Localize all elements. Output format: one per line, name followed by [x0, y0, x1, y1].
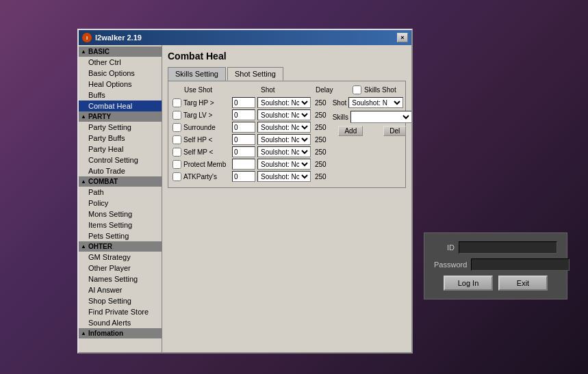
sidebar-item-party-setting[interactable]: Party Setting	[79, 122, 162, 133]
arrow-basic: ▲	[81, 49, 86, 55]
row-self-mp-shot[interactable]: Soulshot: NcSoulshot: NNone	[257, 146, 311, 157]
sidebar-section-basic[interactable]: ▲ BASIC	[79, 46, 162, 57]
row-self-hp-label: Self HP <	[183, 136, 230, 144]
sidebar-section-infomation[interactable]: ▲ Infomation	[79, 328, 162, 338]
exit-button[interactable]: Exit	[498, 276, 548, 291]
row-atk-shot[interactable]: Soulshot: NcSoulshot: NNone	[257, 171, 311, 182]
row-self-mp-label: Self MP <	[183, 148, 230, 156]
row-self-mp-delay: 250	[313, 148, 329, 156]
sidebar-section-combat[interactable]: ▲ COMBAT	[79, 176, 162, 187]
header-shot: Shot	[235, 86, 310, 94]
tab-skills-setting[interactable]: Skills Setting	[168, 67, 226, 81]
row-targ-hp-check[interactable]	[172, 98, 181, 107]
row-targ-lv-input[interactable]	[232, 109, 255, 120]
row-self-mp-check[interactable]	[172, 148, 181, 157]
id-label: ID	[434, 243, 455, 252]
row-targ-lv-check[interactable]	[172, 111, 181, 120]
header-skills-shot: Skills Shot	[364, 86, 396, 94]
del-button[interactable]: Del	[383, 126, 406, 136]
row-targ-hp-input[interactable]	[232, 97, 255, 108]
row-targ-hp-label: Targ HP >	[183, 99, 230, 107]
arrow-infomation: ▲	[81, 330, 86, 336]
sidebar-item-party-buffs[interactable]: Party Buffs	[79, 133, 162, 144]
sidebar-item-heal-options[interactable]: Heal Options	[79, 79, 162, 90]
sidebar-item-sound-alerts[interactable]: Sound Alerts	[79, 317, 162, 328]
main-panel: Combat Heal Skills Setting Shot Setting …	[162, 45, 411, 352]
id-input[interactable]	[459, 241, 557, 254]
shots-table: Targ HP > Soulshot: NcSoulshot: NNone 25…	[172, 97, 329, 183]
title-bar: l l2walker 2.19 ×	[79, 30, 411, 45]
sidebar-item-shop-setting[interactable]: Shop Setting	[79, 295, 162, 306]
panel-title: Combat Heal	[168, 51, 406, 62]
sidebar-item-ai-answer[interactable]: AI Answer	[79, 284, 162, 295]
sidebar-item-auto-trade[interactable]: Auto Trade	[79, 165, 162, 176]
row-surrounde-input[interactable]	[232, 122, 255, 133]
row-self-hp-check[interactable]	[172, 135, 181, 144]
login-button[interactable]: Log In	[444, 276, 493, 291]
row-targ-hp-shot[interactable]: Soulshot: NcSoulshot: NNone	[257, 97, 311, 108]
section-basic-label: BASIC	[88, 48, 110, 55]
row-atk-input[interactable]	[232, 171, 255, 182]
tab-content: Use Shot Shot Delay Skills Shot Targ HP …	[168, 81, 406, 188]
add-button[interactable]: Add	[338, 126, 363, 136]
sidebar-item-gm-strategy[interactable]: GM Strategy	[79, 252, 162, 263]
row-targ-hp-delay: 250	[313, 99, 329, 107]
section-infomation-label: Infomation	[88, 330, 123, 337]
sidebar-item-party-heal[interactable]: Party Heal	[79, 144, 162, 155]
sidebar: ▲ BASIC Other Ctrl Basic Options Heal Op…	[79, 45, 162, 352]
row-surrounde-delay: 250	[313, 124, 329, 131]
row-atk-label: ATKParty's	[183, 173, 230, 181]
sidebar-item-items-setting[interactable]: Items Setting	[79, 219, 162, 230]
skills-shot-checkbox[interactable]	[353, 85, 361, 94]
add-del-row: Add Del	[333, 126, 411, 136]
row-self-hp-input[interactable]	[232, 134, 255, 145]
section-party-label: PARTY	[88, 113, 111, 120]
sidebar-item-other-player[interactable]: Other Player	[79, 263, 162, 273]
app-title: l2walker 2.19	[95, 34, 142, 42]
sidebar-section-ohter[interactable]: ▲ OHTER	[79, 241, 162, 252]
row-protect-shot[interactable]: Soulshot: NcSoulshot: NNone	[257, 159, 311, 170]
row-protect-delay: 250	[313, 161, 329, 168]
sidebar-item-other-ctrl[interactable]: Other Ctrl	[79, 57, 162, 68]
skills-right-panel: Shot Soulshot: NSoulshot: NcNone Skills	[333, 97, 411, 183]
sidebar-item-path[interactable]: Path	[79, 187, 162, 198]
shot-right-label: Shot	[333, 99, 347, 107]
row-protect-input[interactable]	[232, 159, 255, 170]
arrow-party: ▲	[81, 113, 86, 120]
password-input[interactable]	[471, 258, 570, 271]
tab-shot-setting[interactable]: Shot Setting	[227, 67, 283, 81]
sidebar-item-find-private-store[interactable]: Find Private Store	[79, 306, 162, 317]
row-atk-delay: 250	[313, 173, 329, 181]
login-panel: ID Password Log In Exit	[424, 232, 567, 299]
row-targ-lv-delay: 250	[313, 111, 329, 119]
row-surrounde-check[interactable]	[172, 123, 181, 132]
row-self-hp-shot[interactable]: Soulshot: NcSoulshot: NNone	[257, 134, 311, 145]
section-ohter-label: OHTER	[88, 243, 112, 250]
header-use-shot: Use Shot	[184, 86, 232, 94]
header-delay: Delay	[313, 86, 340, 94]
sidebar-item-buffs[interactable]: Buffs	[79, 90, 162, 101]
arrow-ohter: ▲	[81, 243, 86, 250]
tabs-bar: Skills Setting Shot Setting	[168, 67, 406, 81]
shot-right-select[interactable]: Soulshot: NSoulshot: NcNone	[348, 97, 403, 108]
row-atk-check[interactable]	[172, 172, 181, 181]
main-window: l l2walker 2.19 × ▲ BASIC Other Ctrl Bas…	[77, 29, 413, 353]
window-content: ▲ BASIC Other Ctrl Basic Options Heal Op…	[79, 45, 411, 352]
close-button[interactable]: ×	[397, 33, 408, 42]
row-surrounde-label: Surrounde	[183, 124, 230, 131]
sidebar-section-party[interactable]: ▲ PARTY	[79, 111, 162, 122]
sidebar-item-mons-setting[interactable]: Mons Setting	[79, 209, 162, 219]
sidebar-item-combat-heal[interactable]: Combat Heal	[79, 101, 162, 111]
row-surrounde-shot[interactable]: Soulshot: NcSoulshot: NNone	[257, 122, 311, 133]
row-targ-lv-shot[interactable]: Soulshot: NcSoulshot: NNone	[257, 109, 311, 120]
row-protect-check[interactable]	[172, 160, 181, 169]
app-icon: l	[82, 33, 92, 42]
sidebar-item-control-setting[interactable]: Control Setting	[79, 155, 162, 165]
sidebar-item-policy[interactable]: Policy	[79, 198, 162, 209]
row-protect-label: Protect Memb	[183, 161, 230, 168]
row-self-mp-input[interactable]	[232, 146, 255, 157]
sidebar-item-names-setting[interactable]: Names Setting	[79, 273, 162, 284]
skills-select[interactable]	[350, 111, 411, 123]
sidebar-item-basic-options[interactable]: Basic Options	[79, 68, 162, 79]
sidebar-item-pets-setting[interactable]: Pets Setting	[79, 230, 162, 241]
